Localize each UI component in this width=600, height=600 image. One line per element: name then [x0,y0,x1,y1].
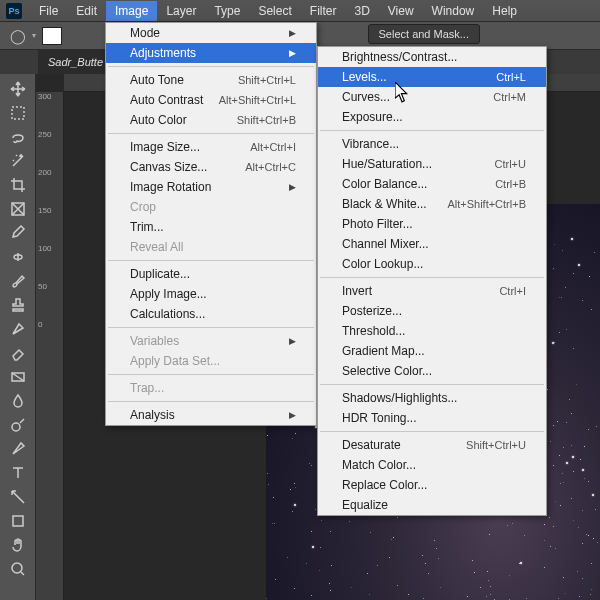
svg-rect-4 [13,516,23,526]
image-menu-item-calculations[interactable]: Calculations... [106,304,316,324]
image-menu-item-duplicate[interactable]: Duplicate... [106,264,316,284]
image-menu-item-auto-tone[interactable]: Auto ToneShift+Ctrl+L [106,70,316,90]
adjustments-item-selective-color[interactable]: Selective Color... [318,361,546,381]
adjustments-item-posterize[interactable]: Posterize... [318,301,546,321]
tool-eyedropper[interactable] [5,222,31,244]
image-menu-item-crop: Crop [106,197,316,217]
adjustments-item-hue-saturation[interactable]: Hue/Saturation...Ctrl+U [318,154,546,174]
tool-brush[interactable] [5,270,31,292]
image-menu-item-image-rotation[interactable]: Image Rotation▶ [106,177,316,197]
image-menu-item-adjustments[interactable]: Adjustments▶ [106,43,316,63]
image-menu-item-mode[interactable]: Mode▶ [106,23,316,43]
tool-frame[interactable] [5,198,31,220]
tool-magic-wand[interactable] [5,150,31,172]
adjustments-item-gradient-map[interactable]: Gradient Map... [318,341,546,361]
adjustments-item-channel-mixer[interactable]: Channel Mixer... [318,234,546,254]
adjustments-item-equalize[interactable]: Equalize [318,495,546,515]
menubar: Ps FileEditImageLayerTypeSelectFilter3DV… [0,0,600,22]
menu-filter[interactable]: Filter [301,1,346,21]
adjustments-item-replace-color[interactable]: Replace Color... [318,475,546,495]
tool-path[interactable] [5,486,31,508]
menu-image[interactable]: Image [106,1,157,21]
tool-marquee[interactable] [5,102,31,124]
adjustments-submenu: Brightness/Contrast...Levels...Ctrl+LCur… [317,46,547,516]
tool-hand[interactable] [5,534,31,556]
image-menu-item-apply-data-set: Apply Data Set... [106,351,316,371]
adjustments-item-threshold[interactable]: Threshold... [318,321,546,341]
menu-3d[interactable]: 3D [345,1,378,21]
select-and-mask-button[interactable]: Select and Mask... [368,24,481,44]
image-menu-dropdown: Mode▶Adjustments▶Auto ToneShift+Ctrl+LAu… [105,22,317,426]
image-menu-item-auto-contrast[interactable]: Auto ContrastAlt+Shift+Ctrl+L [106,90,316,110]
adjustments-item-shadows-highlights[interactable]: Shadows/Highlights... [318,388,546,408]
menu-file[interactable]: File [30,1,67,21]
menu-help[interactable]: Help [483,1,526,21]
svg-point-3 [12,423,20,431]
tool-stamp[interactable] [5,294,31,316]
image-menu-item-trim[interactable]: Trim... [106,217,316,237]
adjustments-item-desaturate[interactable]: DesaturateShift+Ctrl+U [318,435,546,455]
tool-dodge[interactable] [5,414,31,436]
image-menu-item-trap: Trap... [106,378,316,398]
adjustments-item-brightness-contrast[interactable]: Brightness/Contrast... [318,47,546,67]
image-menu-item-variables: Variables▶ [106,331,316,351]
image-menu-item-image-size[interactable]: Image Size...Alt+Ctrl+I [106,137,316,157]
app-logo: Ps [6,3,22,19]
adjustments-item-color-lookup[interactable]: Color Lookup... [318,254,546,274]
image-menu-item-canvas-size[interactable]: Canvas Size...Alt+Ctrl+C [106,157,316,177]
menu-type[interactable]: Type [205,1,249,21]
svg-rect-0 [12,107,24,119]
tool-zoom[interactable] [5,558,31,580]
menu-layer[interactable]: Layer [157,1,205,21]
svg-point-5 [12,563,22,573]
adjustments-item-match-color[interactable]: Match Color... [318,455,546,475]
menu-window[interactable]: Window [423,1,484,21]
tool-preset-caret-icon[interactable]: ▾ [32,31,36,40]
tool-history[interactable] [5,318,31,340]
image-menu-item-reveal-all: Reveal All [106,237,316,257]
adjustments-item-black-white[interactable]: Black & White...Alt+Shift+Ctrl+B [318,194,546,214]
adjustments-item-invert[interactable]: InvertCtrl+I [318,281,546,301]
adjustments-item-photo-filter[interactable]: Photo Filter... [318,214,546,234]
tool-rect[interactable] [5,510,31,532]
image-menu-item-auto-color[interactable]: Auto ColorShift+Ctrl+B [106,110,316,130]
document-tab[interactable]: Sadr_Butte [38,50,114,74]
adjustments-item-color-balance[interactable]: Color Balance...Ctrl+B [318,174,546,194]
adjustments-item-curves[interactable]: Curves...Ctrl+M [318,87,546,107]
adjustments-item-hdr-toning[interactable]: HDR Toning... [318,408,546,428]
tool-move[interactable] [5,78,31,100]
adjustments-item-exposure[interactable]: Exposure... [318,107,546,127]
tool-gradient[interactable] [5,366,31,388]
menu-edit[interactable]: Edit [67,1,106,21]
lasso-icon: ◯ [10,28,26,44]
tool-heal[interactable] [5,246,31,268]
tool-pen[interactable] [5,438,31,460]
adjustments-item-levels[interactable]: Levels...Ctrl+L [318,67,546,87]
tool-lasso[interactable] [5,126,31,148]
tool-eraser[interactable] [5,342,31,364]
selection-mode-swatch[interactable] [42,27,62,45]
toolbox [0,74,36,600]
tool-type[interactable] [5,462,31,484]
ruler-vertical: 300250200150100500 [36,92,64,600]
adjustments-item-vibrance[interactable]: Vibrance... [318,134,546,154]
image-menu-item-apply-image[interactable]: Apply Image... [106,284,316,304]
tool-crop[interactable] [5,174,31,196]
tool-blur[interactable] [5,390,31,412]
menu-select[interactable]: Select [249,1,300,21]
menu-view[interactable]: View [379,1,423,21]
image-menu-item-analysis[interactable]: Analysis▶ [106,405,316,425]
